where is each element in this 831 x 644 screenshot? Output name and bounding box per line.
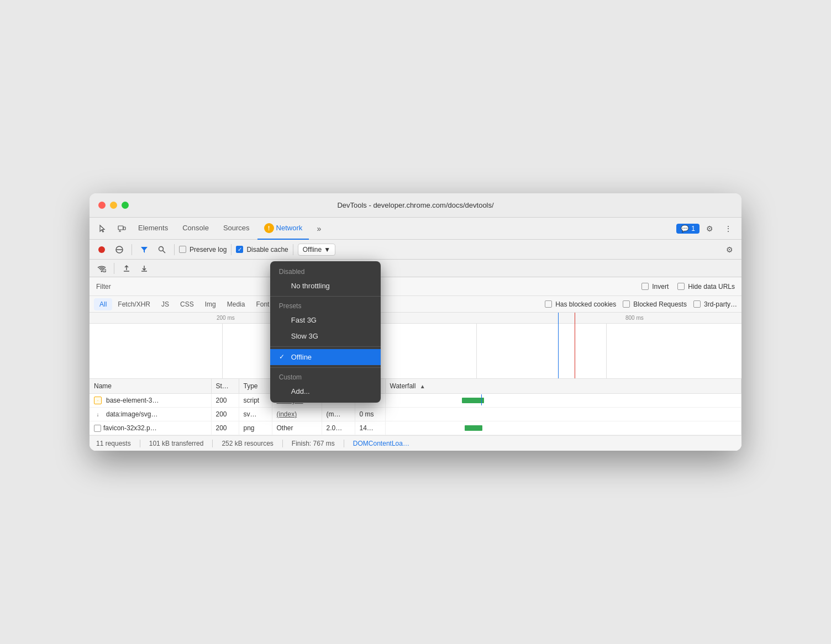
preserve-log-checkbox[interactable] bbox=[179, 246, 186, 253]
filter-type-media[interactable]: Media bbox=[222, 298, 251, 310]
time-cell: 0 ms bbox=[355, 408, 385, 421]
tab-network[interactable]: ! Network bbox=[257, 218, 309, 240]
tab-console[interactable]: Console bbox=[176, 218, 215, 240]
clear-btn[interactable] bbox=[112, 242, 127, 257]
wifi-settings-btn[interactable]: ⚙ bbox=[94, 261, 109, 276]
more-menu-btn[interactable]: ⋮ bbox=[719, 220, 737, 237]
filter-type-css[interactable]: CSS bbox=[175, 298, 199, 310]
timeline-red-line bbox=[575, 313, 575, 379]
device-icon-btn[interactable] bbox=[113, 220, 130, 237]
menu-item-fast3g[interactable]: Fast 3G bbox=[270, 312, 381, 328]
divider2 bbox=[174, 244, 175, 255]
initiator-cell: Other bbox=[272, 421, 322, 435]
upload-btn[interactable] bbox=[119, 261, 134, 276]
filter-btn[interactable] bbox=[136, 242, 152, 257]
status-divider2 bbox=[212, 440, 213, 447]
filter-type-img[interactable]: Img bbox=[199, 298, 222, 310]
status-bar: 11 requests 101 kB transferred 252 kB re… bbox=[90, 435, 741, 451]
divider1 bbox=[132, 244, 132, 255]
offline-check: ✓ bbox=[279, 353, 287, 361]
search-btn[interactable] bbox=[154, 242, 170, 257]
disabled-section-label: Disabled bbox=[270, 265, 381, 278]
filter-bar: Filter Invert Hide data URLs bbox=[90, 277, 741, 296]
record-btn[interactable] bbox=[94, 242, 109, 257]
invert-checkbox[interactable] bbox=[641, 283, 649, 290]
network-toolbar2: ⚙ bbox=[90, 260, 741, 277]
svg-point-10 bbox=[101, 270, 103, 272]
timeline-tick-600 bbox=[476, 324, 477, 379]
waterfall-cell bbox=[385, 421, 741, 435]
chat-badge-btn[interactable]: 💬 1 bbox=[676, 224, 699, 234]
more-tabs-btn[interactable]: » bbox=[310, 220, 328, 237]
menu-item-offline[interactable]: ✓ Offline bbox=[270, 349, 381, 365]
svg-point-4 bbox=[98, 246, 105, 253]
hide-data-urls-label[interactable]: Hide data URLs bbox=[677, 283, 735, 291]
table-row[interactable]: · base-element-3… 200 script main.js:1 7… bbox=[90, 394, 741, 408]
status-dom-content-loaded[interactable]: DOMContentLoa… bbox=[353, 440, 409, 447]
status-cell: 200 bbox=[211, 408, 239, 421]
svg-marker-7 bbox=[141, 247, 148, 253]
filter-type-js[interactable]: JS bbox=[156, 298, 175, 310]
third-party-label[interactable]: 3rd-party… bbox=[693, 300, 737, 308]
menu-item-no-throttling[interactable]: No throttling bbox=[270, 278, 381, 294]
blocked-requests-label[interactable]: Blocked Requests bbox=[623, 300, 687, 308]
third-party-checkbox[interactable] bbox=[693, 300, 701, 308]
svg-rect-0 bbox=[118, 226, 123, 230]
invert-label[interactable]: Invert bbox=[641, 283, 669, 291]
blocked-cookies-label[interactable]: Has blocked cookies bbox=[545, 300, 616, 308]
presets-section-label: Presets bbox=[270, 299, 381, 312]
name-cell: favicon-32x32.p… bbox=[90, 421, 211, 435]
js-icon: · bbox=[94, 397, 102, 404]
maximize-button[interactable] bbox=[122, 202, 129, 209]
throttle-menu: Disabled No throttling Presets Fast 3G S… bbox=[270, 261, 381, 403]
status-divider4 bbox=[344, 440, 344, 447]
preserve-log-label[interactable]: Preserve log bbox=[179, 246, 227, 254]
devtools-window: DevTools - developer.chrome.com/docs/dev… bbox=[90, 193, 741, 451]
window-title: DevTools - developer.chrome.com/docs/dev… bbox=[337, 201, 493, 209]
waterfall-cell bbox=[385, 408, 741, 421]
disable-cache-label[interactable]: ✓ Disable cache bbox=[236, 246, 288, 254]
divider5 bbox=[114, 263, 114, 274]
initiator-link[interactable]: (index) bbox=[277, 410, 297, 418]
name-cell: ↓ data:image/svg… bbox=[90, 408, 211, 421]
col-name[interactable]: Name bbox=[90, 379, 211, 394]
settings-btn[interactable]: ⚙ bbox=[701, 220, 718, 237]
time-cell: 14… bbox=[355, 421, 385, 435]
type-cell: sv… bbox=[239, 408, 272, 421]
waterfall-blue-marker bbox=[481, 394, 482, 405]
disable-cache-checkbox[interactable]: ✓ bbox=[236, 246, 243, 253]
filter-label: Filter bbox=[96, 283, 111, 291]
col-status[interactable]: St… bbox=[211, 379, 239, 394]
network-warning-icon: ! bbox=[264, 223, 274, 233]
tab-sources[interactable]: Sources bbox=[217, 218, 256, 240]
menu-item-slow3g[interactable]: Slow 3G bbox=[270, 328, 381, 344]
name-cell: · base-element-3… bbox=[90, 394, 211, 408]
filter-type-all[interactable]: All bbox=[94, 298, 112, 310]
hide-data-urls-checkbox[interactable] bbox=[677, 283, 685, 290]
col-type[interactable]: Type bbox=[239, 379, 272, 394]
download-btn[interactable] bbox=[136, 261, 152, 276]
status-divider3 bbox=[282, 440, 283, 447]
status-cell: 200 bbox=[211, 421, 239, 435]
filter-type-fetch[interactable]: Fetch/XHR bbox=[112, 298, 156, 310]
table-row[interactable]: favicon-32x32.p… 200 png Other 2.0… 14… bbox=[90, 421, 741, 435]
blocked-requests-checkbox[interactable] bbox=[623, 300, 630, 308]
waterfall-bar bbox=[465, 425, 482, 431]
tab-elements[interactable]: Elements bbox=[132, 218, 175, 240]
table-row[interactable]: ↓ data:image/svg… 200 sv… (index) (m… 0 … bbox=[90, 408, 741, 421]
ruler-mark-800: 800 ms bbox=[625, 315, 644, 321]
throttle-dropdown[interactable]: Offline ▼ Disabled No throttling Presets… bbox=[298, 244, 335, 256]
close-button[interactable] bbox=[98, 202, 106, 209]
col-waterfall[interactable]: Waterfall ▲ bbox=[385, 379, 741, 394]
status-cell: 200 bbox=[211, 394, 239, 408]
cursor-icon-btn[interactable] bbox=[94, 220, 112, 237]
menu-item-add[interactable]: Add... bbox=[270, 383, 381, 399]
throttle-btn[interactable]: Offline ▼ bbox=[298, 244, 335, 256]
toolbar-settings-btn[interactable]: ⚙ bbox=[722, 242, 737, 257]
timeline-blue-line bbox=[558, 313, 559, 379]
status-divider1 bbox=[140, 440, 140, 447]
waterfall-bar bbox=[462, 398, 484, 403]
menu-divider3 bbox=[270, 367, 381, 368]
minimize-button[interactable] bbox=[110, 202, 117, 209]
blocked-cookies-checkbox[interactable] bbox=[545, 300, 552, 308]
